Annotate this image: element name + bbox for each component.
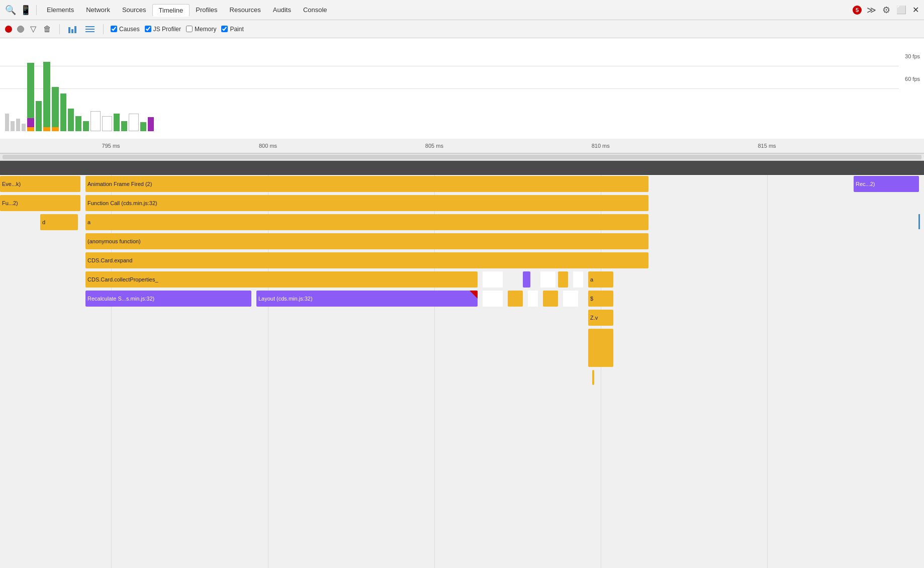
flame-block-a-right[interactable]: a <box>588 271 613 288</box>
device-icon[interactable]: 📱 <box>19 4 32 17</box>
flame-block-cds-expand-label: CDS.Card.expand <box>87 257 132 263</box>
main-content: 30 fps 60 fps <box>0 38 924 568</box>
flame-block-function-call[interactable]: Function Call (cds.min.js:32) <box>85 195 649 211</box>
fps-60-label: 60 fps <box>905 76 920 82</box>
flame-row-3: (anonymous function) <box>0 232 924 251</box>
causes-label: Causes <box>119 26 140 33</box>
flame-chart-header <box>0 161 924 175</box>
tab-audits[interactable]: Audits <box>267 4 297 16</box>
gold-small-1 <box>558 271 568 288</box>
paint-label: Paint <box>230 26 243 33</box>
bar-green-group-2 <box>43 43 50 131</box>
bar-green-5 <box>60 93 66 131</box>
time-marker-800: 800 ms <box>259 143 277 149</box>
svg-rect-4 <box>85 29 95 30</box>
causes-checkbox[interactable] <box>111 26 117 32</box>
gold-tail <box>592 370 594 385</box>
flame-block-a[interactable]: a <box>85 214 649 230</box>
flame-block-tall-gold[interactable] <box>588 329 613 367</box>
search-icon[interactable]: 🔍 <box>4 4 17 17</box>
bar-green-8 <box>83 121 89 131</box>
flame-block-fu-2[interactable]: Fu...2) <box>0 195 80 211</box>
tab-profiles[interactable]: Profiles <box>190 4 223 16</box>
bar-outline-3 <box>129 114 139 131</box>
flame-block-recalculate[interactable]: Recalculate S...s.min.js:32) <box>85 291 251 307</box>
memory-label: Memory <box>195 26 216 33</box>
flame-block-anonymous[interactable]: (anonymous function) <box>85 233 649 249</box>
top-toolbar: 🔍 📱 Elements Network Sources Timeline Pr… <box>0 0 924 20</box>
filter-icon[interactable]: ▽ <box>29 23 37 35</box>
flame-block-a-right-label: a <box>590 276 593 282</box>
flame-block-eve-k[interactable]: Eve...k) <box>0 176 80 192</box>
flame-row-8 <box>0 328 924 368</box>
purple-small-1 <box>523 271 530 288</box>
gap-row6-3 <box>563 291 578 307</box>
flame-block-cds-expand[interactable]: CDS.Card.expand <box>85 252 649 268</box>
blue-bar-1 <box>918 214 920 229</box>
flame-block-rec-2[interactable]: Rec...2) <box>854 176 919 192</box>
flame-row-5: CDS.Card.collectProperties_ a <box>0 270 924 290</box>
tab-console[interactable]: Console <box>297 4 333 16</box>
error-count-badge[interactable]: 5 <box>853 6 862 15</box>
bar-orange-2 <box>43 127 50 131</box>
gap-row6-2 <box>528 291 538 307</box>
causes-checkbox-label[interactable]: Causes <box>111 26 140 33</box>
overview-scrollbar[interactable] <box>0 154 924 161</box>
undock-icon[interactable]: ⬜ <box>895 4 907 16</box>
bar-outline-2 <box>102 116 112 131</box>
chart-bars-container <box>5 43 896 131</box>
flame-block-dollar-label: $ <box>590 296 593 302</box>
bar-purple-1 <box>27 118 34 127</box>
flame-block-function-call-label: Function Call (cds.min.js:32) <box>87 200 157 206</box>
paint-checkbox[interactable] <box>221 26 228 32</box>
tab-resources[interactable]: Resources <box>224 4 267 16</box>
bar-gray-4 <box>22 124 26 131</box>
flame-block-layout[interactable]: Layout (cds.min.js:32) <box>256 291 478 307</box>
flame-block-zv-label: Z.v <box>590 315 598 321</box>
tab-elements[interactable]: Elements <box>41 4 80 16</box>
settings-icon[interactable]: ⚙ <box>881 4 891 17</box>
tab-timeline[interactable]: Timeline <box>152 4 190 17</box>
memory-checkbox[interactable] <box>186 26 193 32</box>
tab-sources[interactable]: Sources <box>116 4 152 16</box>
bar-chart-icon[interactable] <box>67 24 79 34</box>
svg-rect-0 <box>68 27 70 33</box>
flame-block-zv[interactable]: Z.v <box>588 310 613 326</box>
flame-block-dollar[interactable]: $ <box>588 291 613 307</box>
flame-row-6: Recalculate S...s.min.js:32) Layout (cds… <box>0 290 924 309</box>
flame-block-anonymous-label: (anonymous function) <box>87 238 141 244</box>
fps-30-label: 30 fps <box>905 53 920 59</box>
bar-gray-3 <box>16 119 20 131</box>
bar-orange-3 <box>52 127 59 131</box>
flame-chart-section: Eve...k) Animation Frame Fired (2) Rec..… <box>0 175 924 568</box>
time-ruler: 795 ms 800 ms 805 ms 810 ms 815 ms <box>0 139 924 154</box>
paint-checkbox-label[interactable]: Paint <box>221 26 243 33</box>
close-icon[interactable]: ✕ <box>911 4 920 16</box>
bar-green-1 <box>27 63 34 118</box>
clear-icon[interactable]: 🗑 <box>42 24 52 35</box>
flame-block-d-label: d <box>42 219 45 225</box>
flame-block-d[interactable]: d <box>40 214 78 230</box>
record-button[interactable] <box>5 26 12 33</box>
flame-block-eve-k-label: Eve...k) <box>2 181 21 187</box>
list-view-icon[interactable] <box>84 24 96 34</box>
tab-network[interactable]: Network <box>80 4 116 16</box>
flame-block-rec-2-label: Rec...2) <box>856 181 875 187</box>
console-drawer-icon[interactable]: ≫ <box>866 4 877 17</box>
js-profiler-checkbox-label[interactable]: JS Profiler <box>145 26 181 33</box>
flame-block-cds-collect[interactable]: CDS.Card.collectProperties_ <box>85 271 478 288</box>
svg-rect-5 <box>85 31 95 32</box>
memory-checkbox-label[interactable]: Memory <box>186 26 216 33</box>
bar-gray-1 <box>5 114 9 131</box>
flame-block-animation-frame[interactable]: Animation Frame Fired (2) <box>85 176 649 192</box>
time-marker-795: 795 ms <box>102 143 120 149</box>
bar-purple-2 <box>148 117 154 131</box>
bar-green-group-1 <box>27 43 34 131</box>
separator-1 <box>36 5 37 15</box>
js-profiler-label: JS Profiler <box>153 26 181 33</box>
bar-green-10 <box>121 121 127 131</box>
stop-button[interactable] <box>17 26 24 33</box>
js-profiler-checkbox[interactable] <box>145 26 151 32</box>
bar-green-11 <box>140 122 146 131</box>
scrollbar-thumb[interactable] <box>3 155 921 159</box>
